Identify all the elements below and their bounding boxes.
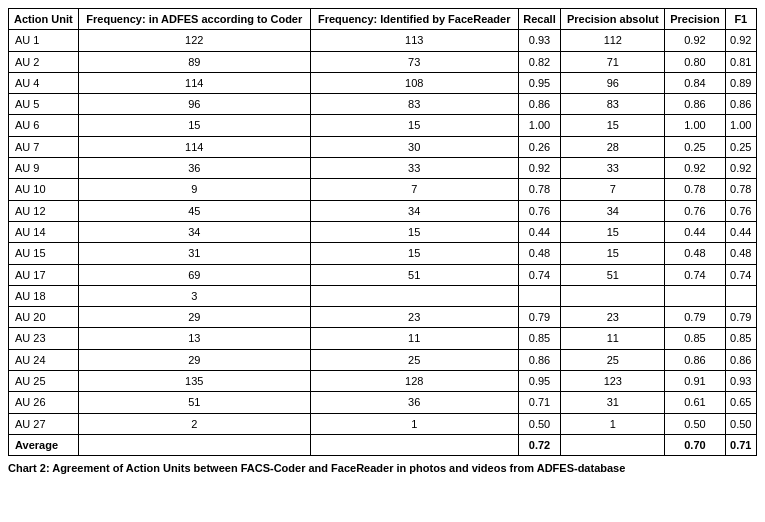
table-cell: AU 23 (9, 328, 79, 349)
table-row: AU 615151.00151.001.00 (9, 115, 757, 136)
table-cell: 29 (78, 349, 310, 370)
table-cell: 96 (561, 72, 665, 93)
table-cell: 0.76 (665, 200, 725, 221)
table-cell: AU 5 (9, 94, 79, 115)
col-header-freq-adfes: Frequency: in ADFES according to Coder (78, 9, 310, 30)
table-cell: 0.92 (725, 30, 756, 51)
table-cell: AU 1 (9, 30, 79, 51)
table-cell: 0.93 (725, 371, 756, 392)
table-cell: 1.00 (665, 115, 725, 136)
table-row: AU 1769510.74510.740.74 (9, 264, 757, 285)
table-cell: 123 (561, 371, 665, 392)
table-cell: 73 (310, 51, 518, 72)
avg-empty1 (78, 434, 310, 455)
table-cell: 7 (310, 179, 518, 200)
table-row: AU 183 (9, 285, 757, 306)
table-cell: 2 (78, 413, 310, 434)
avg-label: Average (9, 434, 79, 455)
table-cell: 51 (310, 264, 518, 285)
table-cell: 31 (561, 392, 665, 413)
table-row: AU 1434150.44150.440.44 (9, 221, 757, 242)
table-cell: 0.78 (518, 179, 561, 200)
table-cell: 0.74 (725, 264, 756, 285)
table-cell: 51 (561, 264, 665, 285)
col-header-precision: Precision (665, 9, 725, 30)
table-cell: AU 14 (9, 221, 79, 242)
table-cell: 0.86 (725, 94, 756, 115)
table-cell: 0.92 (518, 158, 561, 179)
table-cell: 71 (561, 51, 665, 72)
table-cell: 0.86 (665, 349, 725, 370)
table-cell: AU 17 (9, 264, 79, 285)
table-row: AU 2651360.71310.610.65 (9, 392, 757, 413)
table-cell: 33 (310, 158, 518, 179)
table-row: AU 2313110.85110.850.85 (9, 328, 757, 349)
table-row: AU 11221130.931120.920.92 (9, 30, 757, 51)
col-header-f1: F1 (725, 9, 756, 30)
table-cell: 0.44 (665, 221, 725, 242)
table-cell: 0.78 (665, 179, 725, 200)
table-cell: 1.00 (725, 115, 756, 136)
table-cell: 0.95 (518, 72, 561, 93)
table-cell: 0.78 (725, 179, 756, 200)
table-cell: AU 27 (9, 413, 79, 434)
table-cell: AU 6 (9, 115, 79, 136)
avg-recall: 0.72 (518, 434, 561, 455)
caption-text: Chart 2: Agreement of Action Units betwe… (8, 462, 625, 474)
table-cell (310, 285, 518, 306)
table-cell: 0.93 (518, 30, 561, 51)
table-row: AU 27210.5010.500.50 (9, 413, 757, 434)
table-cell: 0.48 (665, 243, 725, 264)
table-row: AU 1531150.48150.480.48 (9, 243, 757, 264)
table-cell: 1 (310, 413, 518, 434)
table-row: AU 1245340.76340.760.76 (9, 200, 757, 221)
avg-empty2 (310, 434, 518, 455)
table-cell: 122 (78, 30, 310, 51)
table-cell: 0.48 (725, 243, 756, 264)
table-cell: 9 (78, 179, 310, 200)
table-cell: 34 (310, 200, 518, 221)
table-cell: AU 15 (9, 243, 79, 264)
table-cell: 15 (561, 115, 665, 136)
table-cell: 0.81 (725, 51, 756, 72)
table-cell: 13 (78, 328, 310, 349)
table-cell (561, 285, 665, 306)
table-cell (665, 285, 725, 306)
table-cell: 0.74 (518, 264, 561, 285)
table-cell: 114 (78, 136, 310, 157)
table-cell: 15 (310, 221, 518, 242)
table-row: AU 596830.86830.860.86 (9, 94, 757, 115)
table-cell: 15 (310, 243, 518, 264)
table-cell (725, 285, 756, 306)
table-cell: 30 (310, 136, 518, 157)
table-cell: 0.50 (665, 413, 725, 434)
table-cell: 34 (561, 200, 665, 221)
table-cell: 0.25 (725, 136, 756, 157)
table-cell: AU 12 (9, 200, 79, 221)
data-table: Action Unit Frequency: in ADFES accordin… (8, 8, 757, 456)
table-cell: 0.79 (518, 307, 561, 328)
table-cell: 0.86 (665, 94, 725, 115)
col-header-freq-fr: Frequency: Identified by FaceReader (310, 9, 518, 30)
table-cell (518, 285, 561, 306)
table-cell: 0.85 (725, 328, 756, 349)
table-cell: 29 (78, 307, 310, 328)
table-cell: 11 (561, 328, 665, 349)
table-cell: 0.84 (665, 72, 725, 93)
col-header-prec-abs: Precision absolut (561, 9, 665, 30)
avg-empty3 (561, 434, 665, 455)
table-cell: 25 (561, 349, 665, 370)
table-cell: 0.74 (665, 264, 725, 285)
table-cell: 83 (561, 94, 665, 115)
table-cell: 0.92 (665, 158, 725, 179)
table-row: AU 41141080.95960.840.89 (9, 72, 757, 93)
chart-caption: Chart 2: Agreement of Action Units betwe… (8, 462, 757, 474)
table-row: AU 251351280.951230.910.93 (9, 371, 757, 392)
table-cell: 36 (78, 158, 310, 179)
table-cell: 0.79 (665, 307, 725, 328)
table-cell: 45 (78, 200, 310, 221)
table-row: AU 2429250.86250.860.86 (9, 349, 757, 370)
table-cell: 0.71 (518, 392, 561, 413)
table-cell: 0.91 (665, 371, 725, 392)
table-cell: 112 (561, 30, 665, 51)
